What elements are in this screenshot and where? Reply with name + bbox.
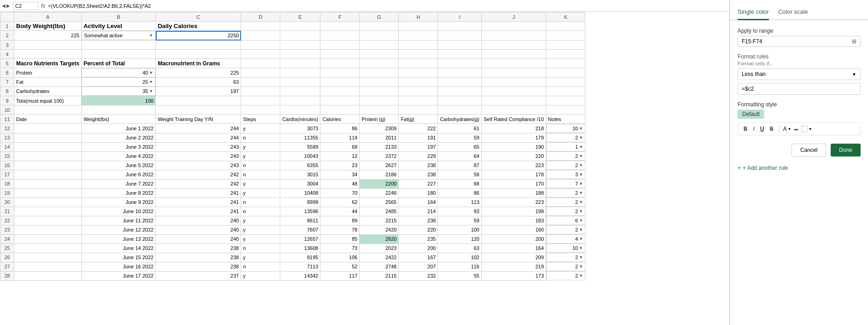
cell-b9[interactable]: 100 [82, 96, 156, 105]
tab-single-color[interactable]: Single color [738, 6, 769, 20]
dropdown-arrow[interactable]: ▼ [579, 126, 583, 131]
strikethrough-button[interactable]: S [768, 125, 775, 133]
italic-button[interactable]: I [751, 125, 756, 133]
text-color-button[interactable]: A ▼ [783, 126, 791, 132]
fill-color-swatch [801, 126, 808, 132]
cell-d11[interactable]: Steps [241, 115, 280, 124]
fx-symbol: fx [41, 3, 45, 9]
dropdown-arrow-b7[interactable]: ▼ [149, 80, 153, 84]
col-header-e[interactable]: E [280, 12, 320, 22]
dropdown-arrow[interactable]: ▼ [149, 33, 153, 38]
cell-b7[interactable]: 25 ▼ [82, 77, 155, 87]
condition-dropdown[interactable]: Less than ▼ [738, 68, 861, 80]
cell-c5[interactable]: Macronutrient in Grams [156, 59, 241, 68]
spreadsheet-table: A B C D E F G H I J K 1 Body Weight(lbs [0, 12, 585, 281]
dropdown-arrow[interactable]: ▼ [579, 227, 583, 232]
dropdown-arrow[interactable]: ▼ [579, 237, 583, 241]
cell-b2[interactable]: Somewhat active ▼ [82, 31, 155, 40]
dropdown-arrow-b6[interactable]: ▼ [149, 70, 153, 75]
format-rules-label: Format rules [738, 53, 861, 60]
dropdown-arrow[interactable]: ▼ [579, 154, 583, 158]
dropdown-arrow[interactable]: ▼ [579, 255, 583, 260]
value-input[interactable] [738, 83, 861, 95]
range-input-row[interactable]: F15:F74 ⊞ [738, 36, 861, 47]
cell-i11[interactable]: Carbohydrates(g) [438, 115, 482, 124]
dropdown-arrow[interactable]: ▼ [579, 181, 583, 186]
formula-input[interactable] [48, 3, 727, 9]
cell-c11[interactable]: Weight Training Day Y/N [156, 115, 241, 124]
cell-a9[interactable]: Tota(must equal 100) [14, 96, 82, 105]
toolbar-separator [779, 125, 779, 133]
fill-color-button[interactable]: ▼ [801, 126, 812, 132]
col-header-h[interactable]: H [399, 12, 438, 22]
separator2: ▬ [794, 127, 798, 131]
format-toolbar: B I U S A ▼ ▬ ▼ [738, 122, 861, 135]
grid-icon[interactable]: ⊞ [852, 38, 856, 45]
cell-c7[interactable]: 63 [156, 77, 241, 87]
dropdown-arrow-b8[interactable]: ▼ [149, 89, 153, 93]
dropdown-arrow[interactable]: ▼ [579, 200, 583, 204]
col-header-f[interactable]: F [320, 12, 360, 22]
col-header-j[interactable]: J [481, 12, 546, 22]
cell-c6[interactable]: 225 [156, 68, 241, 78]
cancel-button[interactable]: Cancel [791, 144, 826, 157]
dropdown-arrow[interactable]: ▼ [579, 172, 583, 177]
cell-k11[interactable]: Notes [546, 115, 585, 124]
formatting-style-label: Formatting style [738, 101, 861, 108]
cell-a1[interactable]: Body Weight(lbs) [14, 22, 82, 31]
panel-body: Apply to range F15:F74 ⊞ Format rules Fo… [730, 20, 868, 179]
cell-c1[interactable]: Daily Calories [156, 22, 241, 31]
cell-a8[interactable]: Carbohydrates [14, 87, 82, 96]
dropdown-arrow[interactable]: ▼ [579, 145, 583, 149]
cell-b1[interactable]: Activity Level [82, 22, 156, 31]
underline-button[interactable]: U [758, 125, 766, 133]
done-button[interactable]: Done [831, 144, 861, 157]
col-header-i[interactable]: I [438, 12, 482, 22]
table-row: 7 Fat 25 ▼ 63 [0, 77, 585, 87]
dropdown-arrow[interactable]: ▼ [579, 218, 583, 223]
cell-j11[interactable]: Self Rated Compliance /10 [481, 115, 546, 124]
cell-h11[interactable]: Fat(g) [399, 115, 438, 124]
cell-c2[interactable]: 2250 [156, 31, 241, 41]
col-header-a[interactable]: A [14, 12, 82, 22]
grid-container[interactable]: A B C D E F G H I J K 1 Body Weight(lbs [0, 12, 729, 325]
bold-button[interactable]: B [742, 125, 750, 133]
cell-f11[interactable]: Calories [320, 115, 360, 124]
col-header-g[interactable]: G [360, 12, 399, 22]
dropdown-arrow[interactable]: ▼ [579, 135, 583, 140]
tab-color-scale[interactable]: Color scale [778, 6, 808, 20]
cell-a6[interactable]: Protein [14, 68, 82, 78]
table-row: 24 June 13 2022 240 y 12657 85 2820 235 … [0, 234, 585, 244]
cell-a7[interactable]: Fat [14, 77, 82, 87]
cell-c8[interactable]: 197 [156, 87, 241, 96]
col-header-d[interactable]: D [241, 12, 280, 22]
dropdown-arrow[interactable]: ▼ [579, 163, 583, 168]
dropdown-arrow[interactable]: ▼ [579, 246, 583, 250]
cell-a11[interactable]: Date [14, 115, 82, 124]
table-row: 12 June 1 2022 244 y 3073 86 2309 222 61… [0, 124, 585, 133]
add-rule-button[interactable]: + + Add another rule [738, 165, 861, 171]
dropdown-arrow[interactable]: ▼ [579, 273, 583, 278]
chevron-down-icon2: ▼ [809, 127, 812, 131]
cell-a2[interactable]: 225 [14, 31, 82, 41]
cell-b6[interactable]: 40 ▼ [82, 68, 155, 77]
cell-e11[interactable]: Cardio(minutes) [280, 115, 320, 124]
cell-b5[interactable]: Percent of Total [82, 59, 156, 68]
cell-g11[interactable]: Protein (g) [360, 115, 399, 124]
chevron-down-icon: ▼ [788, 127, 791, 131]
table-row: 23 June 12 2022 240 y 7607 78 2420 220 1… [0, 225, 585, 234]
col-header-k[interactable]: K [546, 12, 585, 22]
dropdown-arrow[interactable]: ▼ [579, 264, 583, 269]
dropdown-arrow[interactable]: ▼ [579, 209, 583, 214]
cell-b8[interactable]: 35 ▼ [82, 87, 155, 96]
dropdown-arrow[interactable]: ▼ [579, 191, 583, 195]
table-row: 28 June 17 2022 237 y 14342 117 2115 232… [0, 271, 585, 280]
cell-b11[interactable]: Weight(lbs) [82, 115, 156, 124]
table-row: 19 June 8 2022 241 y 10408 70 2246 180 8… [0, 188, 585, 197]
col-header-c[interactable]: C [156, 12, 241, 22]
table-row: 2 225 Somewhat active ▼ 2250 [0, 31, 585, 41]
cell-ref-input[interactable] [13, 2, 38, 10]
col-header-b[interactable]: B [82, 12, 156, 22]
cell-a5[interactable]: Macro Nutrients Targets [14, 59, 82, 68]
table-row: 27 June 16 2022 238 n 7113 52 2748 207 1… [0, 262, 585, 271]
